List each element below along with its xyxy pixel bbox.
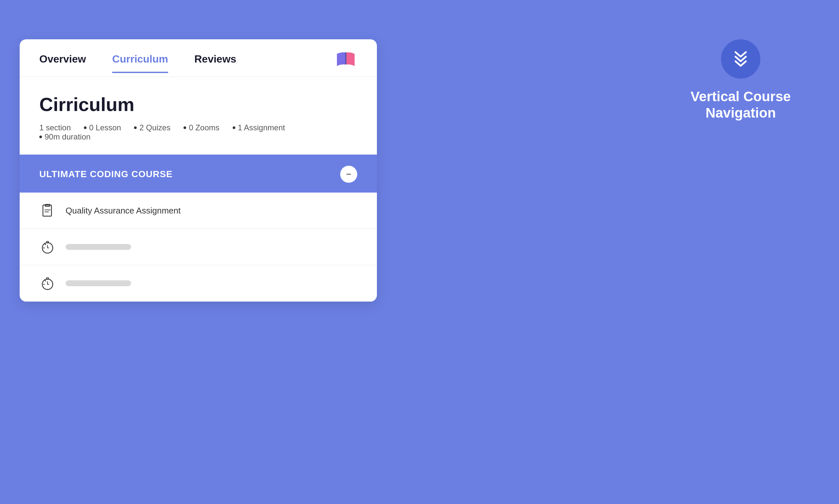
meta-duration: 90m duration (39, 132, 90, 142)
svg-line-14 (45, 280, 46, 281)
meta-quizes: 2 Quizes (134, 123, 171, 132)
tab-curriculum[interactable]: Curriculum (112, 53, 168, 73)
curriculum-meta: 1 section 0 Lesson 2 Quizes 0 Zooms 1 As… (39, 123, 357, 142)
timer-icon-2 (39, 275, 56, 291)
tabs-left: Overview Curriculum Reviews (39, 53, 236, 73)
placeholder-bar (66, 244, 131, 250)
tab-overview[interactable]: Overview (39, 53, 86, 73)
assignment-item-label: Quality Assurance Assignment (66, 206, 180, 216)
section-title: ULTIMATE CODING COURSE (39, 169, 173, 179)
meta-lessons: 0 Lesson (84, 123, 121, 132)
nav-title: Vertical Course Navigation (675, 88, 806, 122)
list-item[interactable]: Quality Assurance Assignment (20, 193, 377, 229)
curriculum-info: Cirriculum 1 section 0 Lesson 2 Quizes 0… (20, 77, 377, 156)
timer-icon (39, 239, 56, 255)
svg-rect-6 (47, 241, 49, 243)
right-panel: Vertical Course Navigation (675, 39, 806, 122)
list-item[interactable] (20, 229, 377, 265)
collapse-button[interactable]: − (340, 166, 357, 183)
meta-sections: 1 section (39, 123, 71, 132)
book-icon (334, 49, 357, 69)
list-item[interactable] (20, 265, 377, 302)
assignment-icon (39, 202, 56, 219)
nav-icon-circle[interactable] (721, 39, 761, 78)
tab-reviews[interactable]: Reviews (194, 53, 236, 73)
meta-assignments: 1 Assignment (233, 123, 285, 132)
chevrons-down-icon (733, 51, 748, 67)
curriculum-title: Cirriculum (39, 93, 357, 115)
placeholder-bar (66, 280, 131, 286)
svg-rect-0 (345, 52, 346, 65)
main-card: Overview Curriculum Reviews Cirriculum 1… (20, 39, 377, 302)
svg-line-8 (45, 244, 46, 245)
section-header: ULTIMATE CODING COURSE − (20, 156, 377, 193)
tabs-section: Overview Curriculum Reviews (20, 39, 377, 77)
meta-zooms: 0 Zooms (183, 123, 219, 132)
svg-rect-12 (47, 278, 49, 280)
book-icon-wrapper (334, 49, 357, 77)
